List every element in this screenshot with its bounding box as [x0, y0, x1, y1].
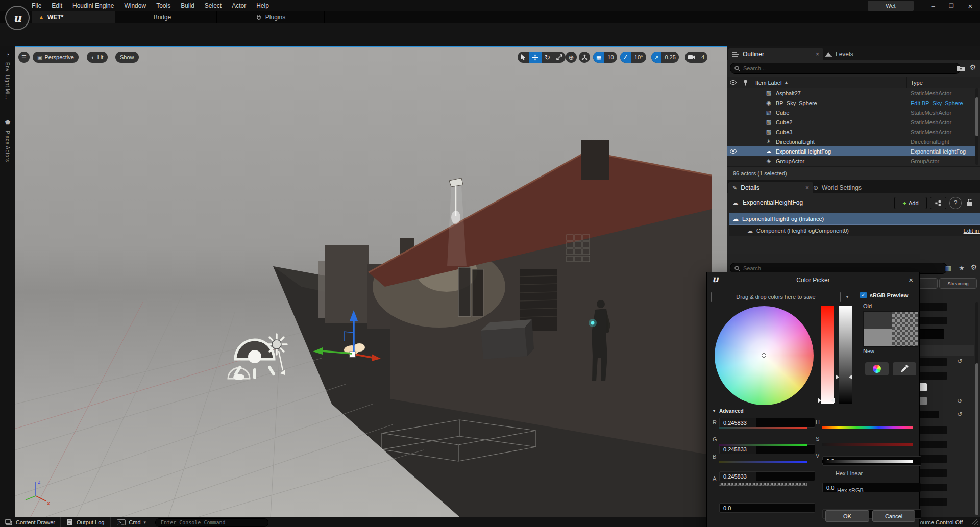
tab-outliner[interactable]: Outliner ×: [728, 48, 823, 60]
component-row[interactable]: ☁ Component (HeightFogComponent0) Edit i…: [729, 225, 980, 236]
detail-property-field[interactable]: [919, 317, 947, 324]
env-light-mixer-icon[interactable]: ◔: [4, 50, 12, 58]
reset-to-default-icon[interactable]: ↺: [955, 397, 964, 405]
menu-edit[interactable]: Edit: [46, 2, 67, 9]
add-component-button[interactable]: + Add: [894, 197, 927, 209]
value-marker-left[interactable]: [836, 374, 839, 380]
b-channel-field[interactable]: 0.245833: [719, 471, 815, 481]
saturation-marker-left[interactable]: [818, 398, 821, 403]
h-channel-gradient[interactable]: [822, 426, 913, 429]
tab-levels[interactable]: Levels: [821, 48, 890, 60]
grid-snap-toggle[interactable]: ▦: [593, 52, 604, 63]
detail-color-swatch-gray[interactable]: [919, 397, 927, 405]
menu-select[interactable]: Select: [200, 2, 227, 9]
cmd-dropdown[interactable]: >_ Cmd ▾: [111, 517, 152, 527]
streaming-button[interactable]: Streaming: [939, 278, 977, 289]
saturation-slider[interactable]: [821, 306, 834, 404]
rotate-tool-button[interactable]: ↻: [542, 52, 553, 63]
new-color-swatch[interactable]: [864, 329, 892, 346]
outliner-row[interactable]: ◈GroupActorGroupActor: [727, 156, 977, 166]
detail-color-swatch-black[interactable]: [919, 329, 944, 339]
detail-property-field[interactable]: [919, 303, 947, 311]
scale-snap-value[interactable]: 0.25: [662, 52, 678, 63]
v-channel-gradient[interactable]: [822, 460, 913, 463]
close-tab-icon[interactable]: ×: [816, 51, 819, 58]
content-drawer-button[interactable]: Content Drawer: [0, 517, 60, 527]
wheel-indicator[interactable]: [762, 353, 766, 358]
details-settings-button[interactable]: ⚙: [969, 262, 979, 272]
place-actors-icon[interactable]: ⬟: [4, 118, 12, 127]
s-channel-gradient[interactable]: [822, 443, 913, 446]
outliner-row[interactable]: ▧Cube3StaticMeshActor: [727, 127, 977, 137]
favorites-button[interactable]: ★: [957, 263, 967, 273]
menu-actor[interactable]: Actor: [227, 2, 251, 9]
value-slider[interactable]: [839, 306, 852, 404]
visibility-eye-icon[interactable]: [727, 149, 739, 154]
minimize-button[interactable]: –: [925, 0, 941, 11]
close-tab-icon[interactable]: ×: [805, 184, 809, 191]
color-wheel[interactable]: [715, 306, 814, 405]
detail-property-field[interactable]: [919, 372, 947, 380]
tab-world-settings[interactable]: ⊕ World Settings: [809, 182, 891, 193]
srgb-preview-checkbox[interactable]: ✓ sRGB Preview: [860, 292, 908, 298]
detail-property-field[interactable]: [919, 441, 947, 448]
lit-button[interactable]: ◐ Lit: [87, 52, 108, 63]
outliner-row[interactable]: ▧CubeStaticMeshActor: [727, 108, 977, 117]
cancel-button[interactable]: Cancel: [872, 510, 915, 522]
reset-to-default-icon[interactable]: ↺: [955, 357, 964, 365]
resize-grip-icon[interactable]: [972, 519, 978, 525]
menu-window[interactable]: Window: [119, 2, 151, 9]
old-color-swatch[interactable]: [864, 312, 892, 329]
cube-actor[interactable]: [481, 319, 534, 359]
column-divider[interactable]: [906, 77, 907, 88]
help-button[interactable]: ?: [949, 197, 962, 209]
color-themes-button[interactable]: [865, 362, 889, 375]
tab-wet[interactable]: ▲ WET*: [32, 11, 115, 23]
rail-place-actors[interactable]: Place Actors: [5, 131, 10, 162]
instance-row-selected[interactable]: ☁ ExponentialHeightFog (Instance): [729, 213, 980, 225]
unreal-logo-icon[interactable]: u: [5, 6, 30, 30]
r-channel-gradient[interactable]: [719, 427, 807, 429]
advanced-toggle[interactable]: ▼ Advanced: [712, 408, 744, 414]
menu-build[interactable]: Build: [176, 2, 200, 9]
details-scrollbar[interactable]: [975, 302, 978, 515]
detail-color-swatch-white[interactable]: [919, 383, 927, 391]
theme-dropdown-chevron[interactable]: ▾: [843, 292, 852, 301]
color-picker-titlebar[interactable]: u Color Picker ×: [707, 272, 919, 288]
outliner-row[interactable]: ◉BP_Sky_SphereEdit BP_Sky_Sphere: [727, 98, 977, 108]
ok-button[interactable]: OK: [825, 510, 869, 522]
world-space-button[interactable]: ⊕: [566, 52, 577, 63]
tab-details[interactable]: ✎ Details ×: [728, 182, 813, 193]
scale-snap-toggle[interactable]: ↗: [651, 52, 662, 63]
console-command-input[interactable]: [155, 518, 268, 527]
menu-help[interactable]: Help: [251, 2, 274, 9]
menu-houdini-engine[interactable]: Houdini Engine: [67, 2, 119, 9]
lock-button[interactable]: [964, 197, 975, 208]
b-channel-gradient[interactable]: [719, 461, 807, 463]
outliner-scrollbar[interactable]: [975, 88, 978, 165]
outliner-search[interactable]: Search...: [730, 63, 961, 74]
g-channel-gradient[interactable]: [719, 444, 807, 446]
menu-file[interactable]: File: [27, 2, 46, 9]
menu-tools[interactable]: Tools: [151, 2, 176, 9]
theme-dropzone[interactable]: Drag & drop colors here to save: [711, 292, 841, 302]
outliner-row-selected[interactable]: ☁ ExponentialHeightFog ExponentialHeight…: [727, 146, 977, 156]
outliner-settings-button[interactable]: ⚙: [968, 62, 978, 72]
detail-property-field[interactable]: [919, 469, 947, 477]
show-button[interactable]: Show: [115, 52, 139, 63]
item-label-column-header[interactable]: Item Label: [755, 80, 781, 86]
viewport[interactable]: z x ☰ ▣ Perspective ◐ Lit Show ↻ ⊕ ▦ 10 …: [15, 46, 727, 518]
tab-plugins[interactable]: Plugins: [217, 11, 325, 23]
skylight-gizmo-icon[interactable]: [235, 340, 274, 378]
detail-property-field[interactable]: [919, 358, 947, 366]
new-folder-button[interactable]: [955, 63, 966, 73]
angle-snap-value[interactable]: 10°: [631, 52, 646, 63]
output-log-button[interactable]: Output Log: [61, 517, 110, 527]
detail-color-swatch-dark[interactable]: [919, 411, 939, 418]
angle-snap-toggle[interactable]: ∠: [620, 52, 631, 63]
tab-bridge[interactable]: Bridge: [108, 11, 217, 23]
open-blueprint-button[interactable]: [930, 197, 946, 209]
outliner-row[interactable]: ☀DirectionalLightDirectionalLight: [727, 137, 977, 146]
scale-tool-button[interactable]: [553, 52, 566, 63]
close-icon[interactable]: ×: [909, 275, 913, 284]
